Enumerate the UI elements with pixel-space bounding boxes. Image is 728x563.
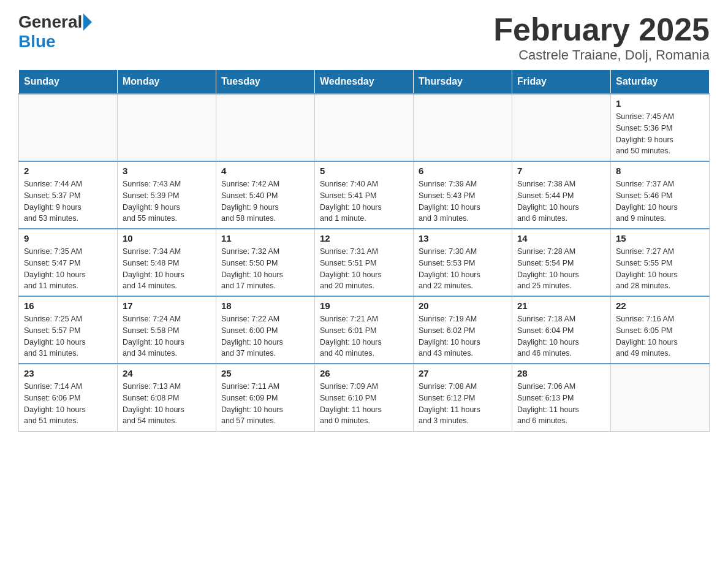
day-info: Sunrise: 7:14 AM Sunset: 6:06 PM Dayligh… (24, 381, 112, 427)
day-number: 18 (221, 301, 309, 311)
day-number: 5 (320, 166, 408, 176)
day-info: Sunrise: 7:16 AM Sunset: 6:05 PM Dayligh… (616, 313, 704, 359)
weekday-header: Monday (118, 70, 216, 94)
calendar-day-cell: 28Sunrise: 7:06 AM Sunset: 6:13 PM Dayli… (512, 364, 611, 431)
weekday-header: Tuesday (216, 70, 315, 94)
calendar-day-cell: 7Sunrise: 7:38 AM Sunset: 5:44 PM Daylig… (512, 161, 611, 229)
page-header: General Blue February 2025 Castrele Trai… (18, 12, 710, 63)
day-number: 22 (616, 301, 704, 311)
calendar-table: SundayMondayTuesdayWednesdayThursdayFrid… (18, 69, 710, 432)
calendar-day-cell: 12Sunrise: 7:31 AM Sunset: 5:51 PM Dayli… (315, 229, 414, 296)
calendar-day-cell (216, 94, 315, 161)
day-info: Sunrise: 7:38 AM Sunset: 5:44 PM Dayligh… (517, 178, 605, 224)
day-info: Sunrise: 7:32 AM Sunset: 5:50 PM Dayligh… (221, 246, 309, 292)
day-info: Sunrise: 7:08 AM Sunset: 6:12 PM Dayligh… (419, 381, 507, 427)
calendar-day-cell (19, 94, 118, 161)
calendar-day-cell (315, 94, 414, 161)
day-info: Sunrise: 7:06 AM Sunset: 6:13 PM Dayligh… (517, 381, 605, 427)
day-number: 10 (123, 233, 211, 243)
day-info: Sunrise: 7:42 AM Sunset: 5:40 PM Dayligh… (221, 178, 309, 224)
calendar-week-row: 23Sunrise: 7:14 AM Sunset: 6:06 PM Dayli… (19, 364, 710, 431)
day-number: 16 (24, 301, 112, 311)
weekday-header: Wednesday (315, 70, 414, 94)
day-number: 6 (419, 166, 507, 176)
calendar-day-cell (512, 94, 611, 161)
day-info: Sunrise: 7:18 AM Sunset: 6:04 PM Dayligh… (517, 313, 605, 359)
calendar-day-cell: 11Sunrise: 7:32 AM Sunset: 5:50 PM Dayli… (216, 229, 315, 296)
day-number: 7 (517, 166, 605, 176)
day-info: Sunrise: 7:28 AM Sunset: 5:54 PM Dayligh… (517, 246, 605, 292)
calendar-body: 1Sunrise: 7:45 AM Sunset: 5:36 PM Daylig… (19, 94, 710, 431)
day-info: Sunrise: 7:39 AM Sunset: 5:43 PM Dayligh… (419, 178, 507, 224)
calendar-day-cell: 1Sunrise: 7:45 AM Sunset: 5:36 PM Daylig… (611, 94, 710, 161)
calendar-week-row: 16Sunrise: 7:25 AM Sunset: 5:57 PM Dayli… (19, 296, 710, 364)
day-number: 27 (419, 368, 507, 378)
day-info: Sunrise: 7:21 AM Sunset: 6:01 PM Dayligh… (320, 313, 408, 359)
calendar-day-cell: 27Sunrise: 7:08 AM Sunset: 6:12 PM Dayli… (414, 364, 512, 431)
calendar-week-row: 2Sunrise: 7:44 AM Sunset: 5:37 PM Daylig… (19, 161, 710, 229)
calendar-day-cell: 3Sunrise: 7:43 AM Sunset: 5:39 PM Daylig… (118, 161, 216, 229)
day-info: Sunrise: 7:13 AM Sunset: 6:08 PM Dayligh… (123, 381, 211, 427)
day-info: Sunrise: 7:19 AM Sunset: 6:02 PM Dayligh… (419, 313, 507, 359)
weekday-header: Sunday (19, 70, 118, 94)
day-info: Sunrise: 7:22 AM Sunset: 6:00 PM Dayligh… (221, 313, 309, 359)
calendar-day-cell: 13Sunrise: 7:30 AM Sunset: 5:53 PM Dayli… (414, 229, 512, 296)
calendar-day-cell: 21Sunrise: 7:18 AM Sunset: 6:04 PM Dayli… (512, 296, 611, 364)
logo-triangle-icon (83, 13, 92, 31)
calendar-day-cell: 19Sunrise: 7:21 AM Sunset: 6:01 PM Dayli… (315, 296, 414, 364)
calendar-day-cell (414, 94, 512, 161)
calendar-day-cell: 4Sunrise: 7:42 AM Sunset: 5:40 PM Daylig… (216, 161, 315, 229)
calendar-week-row: 1Sunrise: 7:45 AM Sunset: 5:36 PM Daylig… (19, 94, 710, 161)
calendar-day-cell: 5Sunrise: 7:40 AM Sunset: 5:41 PM Daylig… (315, 161, 414, 229)
day-info: Sunrise: 7:11 AM Sunset: 6:09 PM Dayligh… (221, 381, 309, 427)
day-number: 9 (24, 233, 112, 243)
day-info: Sunrise: 7:45 AM Sunset: 5:36 PM Dayligh… (616, 111, 704, 157)
day-info: Sunrise: 7:43 AM Sunset: 5:39 PM Dayligh… (123, 178, 211, 224)
calendar-day-cell: 15Sunrise: 7:27 AM Sunset: 5:55 PM Dayli… (611, 229, 710, 296)
day-number: 12 (320, 233, 408, 243)
day-number: 14 (517, 233, 605, 243)
day-info: Sunrise: 7:09 AM Sunset: 6:10 PM Dayligh… (320, 381, 408, 427)
calendar-subtitle: Castrele Traiane, Dolj, Romania (493, 47, 710, 63)
logo-general-text: General (18, 12, 82, 32)
day-info: Sunrise: 7:30 AM Sunset: 5:53 PM Dayligh… (419, 246, 507, 292)
day-number: 11 (221, 233, 309, 243)
calendar-day-cell: 8Sunrise: 7:37 AM Sunset: 5:46 PM Daylig… (611, 161, 710, 229)
calendar-day-cell: 18Sunrise: 7:22 AM Sunset: 6:00 PM Dayli… (216, 296, 315, 364)
day-info: Sunrise: 7:44 AM Sunset: 5:37 PM Dayligh… (24, 178, 112, 224)
day-number: 25 (221, 368, 309, 378)
calendar-week-row: 9Sunrise: 7:35 AM Sunset: 5:47 PM Daylig… (19, 229, 710, 296)
day-number: 21 (517, 301, 605, 311)
day-info: Sunrise: 7:40 AM Sunset: 5:41 PM Dayligh… (320, 178, 408, 224)
day-number: 28 (517, 368, 605, 378)
weekday-header: Saturday (611, 70, 710, 94)
calendar-day-cell: 14Sunrise: 7:28 AM Sunset: 5:54 PM Dayli… (512, 229, 611, 296)
calendar-title: February 2025 (493, 12, 710, 47)
weekday-header: Friday (512, 70, 611, 94)
calendar-day-cell: 2Sunrise: 7:44 AM Sunset: 5:37 PM Daylig… (19, 161, 118, 229)
title-block: February 2025 Castrele Traiane, Dolj, Ro… (493, 12, 710, 63)
day-info: Sunrise: 7:31 AM Sunset: 5:51 PM Dayligh… (320, 246, 408, 292)
day-number: 23 (24, 368, 112, 378)
day-info: Sunrise: 7:34 AM Sunset: 5:48 PM Dayligh… (123, 246, 211, 292)
calendar-day-cell (118, 94, 216, 161)
calendar-day-cell: 24Sunrise: 7:13 AM Sunset: 6:08 PM Dayli… (118, 364, 216, 431)
calendar-day-cell: 25Sunrise: 7:11 AM Sunset: 6:09 PM Dayli… (216, 364, 315, 431)
calendar-day-cell: 26Sunrise: 7:09 AM Sunset: 6:10 PM Dayli… (315, 364, 414, 431)
day-number: 24 (123, 368, 211, 378)
day-info: Sunrise: 7:35 AM Sunset: 5:47 PM Dayligh… (24, 246, 112, 292)
calendar-day-cell: 6Sunrise: 7:39 AM Sunset: 5:43 PM Daylig… (414, 161, 512, 229)
day-info: Sunrise: 7:24 AM Sunset: 5:58 PM Dayligh… (123, 313, 211, 359)
day-number: 2 (24, 166, 112, 176)
day-number: 3 (123, 166, 211, 176)
calendar-header: SundayMondayTuesdayWednesdayThursdayFrid… (19, 70, 710, 94)
calendar-day-cell: 20Sunrise: 7:19 AM Sunset: 6:02 PM Dayli… (414, 296, 512, 364)
day-number: 4 (221, 166, 309, 176)
day-number: 8 (616, 166, 704, 176)
day-number: 13 (419, 233, 507, 243)
calendar-day-cell: 22Sunrise: 7:16 AM Sunset: 6:05 PM Dayli… (611, 296, 710, 364)
day-number: 15 (616, 233, 704, 243)
weekday-header: Thursday (414, 70, 512, 94)
logo: General Blue (18, 12, 92, 52)
calendar-day-cell: 16Sunrise: 7:25 AM Sunset: 5:57 PM Dayli… (19, 296, 118, 364)
